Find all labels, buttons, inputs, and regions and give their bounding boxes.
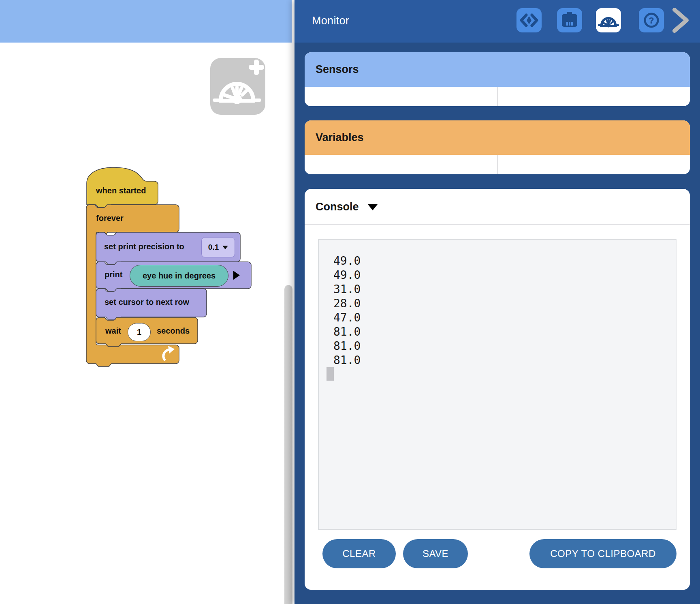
brain-icon — [557, 8, 582, 32]
variables-card: Variables — [305, 120, 690, 174]
device-button[interactable] — [557, 8, 582, 32]
chevron-down-icon — [222, 246, 228, 249]
chevron-right-icon — [671, 7, 691, 33]
precision-value: 0.1 — [208, 243, 219, 252]
print-label: print — [105, 270, 122, 279]
when-started-label: when started — [96, 186, 146, 195]
sensors-body — [305, 87, 690, 106]
monitor-panel: Monitor — [295, 0, 700, 604]
wait-value: 1 — [137, 328, 141, 337]
sensors-card: Sensors — [305, 52, 690, 106]
save-button[interactable]: SAVE — [403, 539, 468, 568]
variables-title: Variables — [316, 131, 364, 144]
code-icon — [516, 8, 542, 32]
console-title: Console — [316, 201, 359, 213]
forever-label: forever — [96, 214, 124, 223]
question-mark: ? — [649, 15, 654, 26]
set-cursor-label: set cursor to next row — [105, 298, 189, 307]
copy-to-clipboard-button[interactable]: COPY TO CLIPBOARD — [529, 539, 677, 568]
variables-header: Variables — [305, 120, 690, 155]
console-line: 31.0 — [327, 282, 361, 296]
eye-hue-reporter[interactable]: eye hue in degrees — [130, 265, 228, 287]
console-line: 81.0 — [327, 353, 361, 367]
variables-body — [305, 155, 690, 174]
set-print-precision-label: set print precision to — [104, 242, 184, 251]
monitor-tab-button[interactable] — [596, 8, 621, 32]
wait-label: wait — [105, 326, 121, 336]
eye-hue-reporter-label: eye hue in degrees — [143, 271, 216, 281]
console-card: Console 49.0 49.0 31.0 28.0 47.0 81.0 81… — [305, 189, 690, 590]
help-button[interactable]: ? — [639, 8, 664, 32]
help-icon: ? — [639, 8, 664, 32]
panel-title: Monitor — [312, 15, 349, 27]
clear-button[interactable]: CLEAR — [322, 539, 396, 568]
sensors-header: Sensors — [305, 52, 690, 87]
console-line: 81.0 — [327, 325, 361, 339]
console-text: 49.0 49.0 31.0 28.0 47.0 81.0 81.0 81.0 — [327, 254, 361, 367]
variables-divider — [497, 155, 498, 174]
sensors-title: Sensors — [316, 63, 359, 76]
vexcode-app: when started forever set print precision… — [0, 0, 700, 604]
canvas-scrollbar[interactable] — [284, 285, 292, 604]
console-line: 47.0 — [327, 311, 361, 325]
console-collapse-icon[interactable] — [368, 204, 378, 210]
console-divider — [305, 224, 690, 225]
console-output: 49.0 49.0 31.0 28.0 47.0 81.0 81.0 81.0 — [318, 239, 677, 530]
console-cursor — [327, 367, 334, 381]
console-line: 28.0 — [327, 296, 361, 311]
expand-arrow-icon[interactable] — [233, 271, 240, 280]
wait-value-input[interactable]: 1 — [128, 323, 151, 341]
console-line: 81.0 — [327, 339, 361, 353]
console-line: 49.0 — [327, 268, 361, 282]
console-line: 49.0 — [327, 254, 361, 268]
collapse-panel-button[interactable] — [671, 7, 691, 33]
gauge-icon — [596, 8, 621, 32]
sensors-divider — [497, 87, 498, 106]
precision-dropdown[interactable]: 0.1 — [201, 237, 235, 257]
wait-unit-label: seconds — [157, 326, 190, 336]
code-view-button[interactable] — [516, 8, 542, 32]
monitor-header: Monitor — [295, 0, 700, 43]
